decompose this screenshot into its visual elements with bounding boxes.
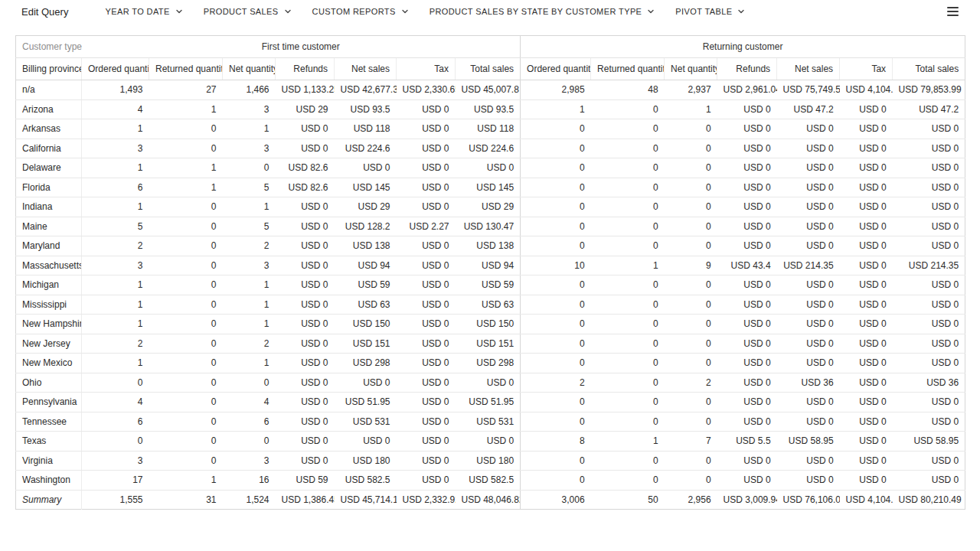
value-cell: 0 — [591, 412, 665, 432]
value-cell: USD 0 — [717, 99, 777, 119]
value-cell: 0 — [223, 373, 276, 393]
value-cell: USD 0 — [840, 158, 893, 178]
billing-province-label: Billing province — [16, 58, 82, 80]
value-cell: USD 5.5 — [717, 432, 777, 452]
column-header[interactable]: Returned quantity — [591, 58, 665, 80]
value-cell: USD 2,961.04 — [717, 80, 777, 100]
province-cell: New Mexico — [16, 354, 82, 373]
value-cell: USD 0 — [893, 393, 965, 412]
value-cell: 7 — [665, 432, 717, 452]
value-cell: USD 29 — [456, 197, 521, 217]
value-cell: USD 0 — [840, 256, 893, 276]
column-header[interactable]: Refunds — [717, 58, 777, 80]
column-header[interactable]: Total sales — [456, 58, 521, 80]
column-header[interactable]: Tax — [840, 58, 893, 80]
province-cell: Michigan — [16, 276, 82, 295]
value-cell: USD 0 — [276, 373, 335, 393]
value-cell: USD 0 — [893, 315, 965, 334]
value-cell: USD 58.95 — [893, 432, 965, 452]
customer-type-label: Customer type — [16, 36, 82, 58]
value-cell: USD 0 — [777, 471, 840, 491]
value-cell: 0 — [591, 373, 665, 393]
column-header[interactable]: Returned quantity — [149, 58, 223, 80]
table-row: Mississippi101USD 0USD 63USD 0USD 63000U… — [16, 295, 965, 315]
menu-year-to-date[interactable]: YEAR TO DATE — [105, 7, 182, 16]
value-cell: 27 — [149, 80, 223, 100]
value-cell: USD 45,007.8 — [456, 80, 521, 100]
column-header[interactable]: Net quantity — [665, 58, 717, 80]
menu-pivot-table[interactable]: PIVOT TABLE — [675, 7, 745, 16]
value-cell: USD 0 — [840, 178, 893, 197]
column-header[interactable]: Ordered quantity — [82, 58, 149, 80]
group-header-row: Customer type First time customer Return… — [16, 36, 965, 58]
value-cell: USD 0 — [397, 334, 456, 354]
value-cell: USD 531 — [456, 412, 521, 432]
column-header[interactable]: Total sales — [893, 58, 965, 80]
value-cell: USD 180 — [335, 451, 397, 471]
value-cell: USD 0 — [840, 119, 893, 139]
group-header-returning: Returning customer — [521, 36, 965, 58]
value-cell: USD 2,332.92 — [397, 490, 456, 510]
menu-report-name[interactable]: PRODUCT SALES BY STATE BY CUSTOMER TYPE — [430, 7, 655, 16]
value-cell: USD 0 — [717, 393, 777, 412]
table-row: Arkansas101USD 0USD 118USD 0USD 118000US… — [16, 119, 965, 139]
value-cell: USD 0 — [397, 412, 456, 432]
table-row: New Hampshire101USD 0USD 150USD 0USD 150… — [16, 315, 965, 334]
value-cell: USD 0 — [840, 354, 893, 373]
hamburger-menu-icon[interactable] — [946, 4, 960, 19]
value-cell: USD 0 — [893, 217, 965, 236]
value-cell: USD 0 — [397, 354, 456, 373]
value-cell: USD 0 — [840, 432, 893, 452]
menu-label: CUSTOM REPORTS — [312, 7, 396, 16]
column-header[interactable]: Ordered quantity — [521, 58, 591, 80]
value-cell: USD 0 — [777, 412, 840, 432]
chevron-down-icon — [284, 8, 292, 15]
column-header[interactable]: Net sales — [335, 58, 397, 80]
value-cell: USD 130.47 — [456, 217, 521, 236]
value-cell: 0 — [521, 315, 591, 334]
table-row: Pennsylvania404USD 0USD 51.95USD 0USD 51… — [16, 393, 965, 412]
value-cell: USD 0 — [397, 295, 456, 315]
value-cell: USD 151 — [456, 334, 521, 354]
column-header[interactable]: Net quantity — [223, 58, 276, 80]
value-cell: 1 — [82, 158, 149, 178]
value-cell: 1,524 — [223, 490, 276, 510]
value-cell: 6 — [82, 412, 149, 432]
value-cell: 2 — [82, 334, 149, 354]
value-cell: 3 — [223, 139, 276, 158]
value-cell: 0 — [591, 354, 665, 373]
value-cell: 0 — [149, 276, 223, 295]
column-header[interactable]: Refunds — [276, 58, 335, 80]
value-cell: USD 0 — [397, 471, 456, 491]
menu-product-sales[interactable]: PRODUCT SALES — [204, 7, 292, 16]
value-cell: USD 94 — [456, 256, 521, 276]
value-cell: USD 0 — [777, 139, 840, 158]
province-cell: Massachusetts — [16, 256, 82, 276]
value-cell: USD 0 — [397, 119, 456, 139]
value-cell: USD 298 — [335, 354, 397, 373]
value-cell: USD 0 — [335, 432, 397, 452]
edit-query-button[interactable]: Edit Query — [21, 6, 68, 18]
value-cell: USD 531 — [335, 412, 397, 432]
province-cell: Washington — [16, 471, 82, 491]
value-cell: USD 0 — [397, 315, 456, 334]
menu-custom-reports[interactable]: CUSTOM REPORTS — [312, 7, 409, 16]
value-cell: USD 63 — [335, 295, 397, 315]
value-cell: USD 0 — [840, 99, 893, 119]
value-cell: 0 — [149, 197, 223, 217]
column-header[interactable]: Tax — [397, 58, 456, 80]
table-row: Indiana101USD 0USD 29USD 0USD 29000USD 0… — [16, 197, 965, 217]
value-cell: 3 — [82, 139, 149, 158]
value-cell: 0 — [521, 354, 591, 373]
value-cell: USD 4,104.94 — [840, 490, 893, 510]
value-cell: USD 0 — [777, 295, 840, 315]
column-header[interactable]: Net sales — [777, 58, 840, 80]
value-cell: USD 0 — [276, 432, 335, 452]
value-cell: 2 — [82, 236, 149, 256]
table-row: New Jersey202USD 0USD 151USD 0USD 151000… — [16, 334, 965, 354]
value-cell: 0 — [591, 236, 665, 256]
value-cell: 0 — [591, 451, 665, 471]
value-cell: 3 — [223, 256, 276, 276]
value-cell: 0 — [521, 178, 591, 197]
value-cell: 0 — [521, 334, 591, 354]
